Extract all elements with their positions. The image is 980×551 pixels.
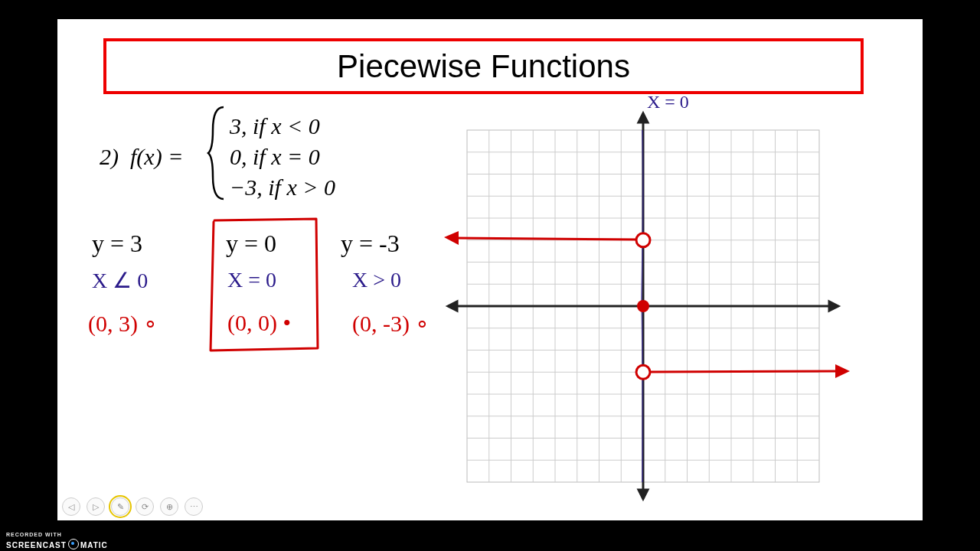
next-button[interactable]: ▷ xyxy=(87,497,105,516)
svg-point-42 xyxy=(636,365,650,379)
refresh-button[interactable]: ⟳ xyxy=(136,497,154,516)
note-pt1: (0, 3) ∘ xyxy=(88,310,158,337)
highlight-box xyxy=(203,214,325,360)
pen-button[interactable]: ✎ xyxy=(111,497,129,516)
svg-line-37 xyxy=(454,238,638,240)
piece-3: −3, if x > 0 xyxy=(230,172,335,204)
watermark: RECORDED WITH SCREENCASTMATIC xyxy=(6,532,108,549)
watermark-brand-b: MATIC xyxy=(80,541,108,549)
svg-point-39 xyxy=(636,233,650,247)
watermark-line1: RECORDED WITH xyxy=(6,532,108,537)
watermark-dot-icon xyxy=(68,539,79,549)
svg-marker-32 xyxy=(829,302,838,311)
svg-marker-33 xyxy=(448,302,457,311)
svg-marker-41 xyxy=(835,364,850,378)
title-box: Piecewise Functions xyxy=(103,38,864,94)
watermark-brand-a: SCREENCAST xyxy=(6,541,67,549)
slide: Piecewise Functions 2) f(x) = 3, if x < … xyxy=(57,19,923,520)
brace-icon xyxy=(207,103,230,203)
problem-number: 2) xyxy=(100,142,119,173)
svg-marker-36 xyxy=(639,490,648,499)
svg-marker-38 xyxy=(444,231,459,245)
note-y3: y = -3 xyxy=(341,230,400,258)
note-x3: X > 0 xyxy=(352,268,401,292)
note-pt3: (0, -3) ∘ xyxy=(352,310,430,337)
slide-toolbar: ◁ ▷ ✎ ⟳ ⊕ ⋯ xyxy=(62,497,203,516)
svg-marker-35 xyxy=(639,113,648,122)
piece-2: 0, if x = 0 xyxy=(230,142,320,173)
more-button[interactable]: ⋯ xyxy=(185,497,203,516)
graph xyxy=(440,107,854,505)
note-y1: y = 3 xyxy=(92,230,142,258)
zoom-button[interactable]: ⊕ xyxy=(160,497,178,516)
piece-1: 3, if x < 0 xyxy=(230,111,320,142)
function-lhs: f(x) = xyxy=(130,142,183,173)
svg-line-40 xyxy=(648,371,840,372)
page-title: Piecewise Functions xyxy=(337,48,630,85)
point-origin xyxy=(637,300,649,312)
note-x1: X ∠ 0 xyxy=(92,268,148,293)
prev-button[interactable]: ◁ xyxy=(62,497,80,516)
